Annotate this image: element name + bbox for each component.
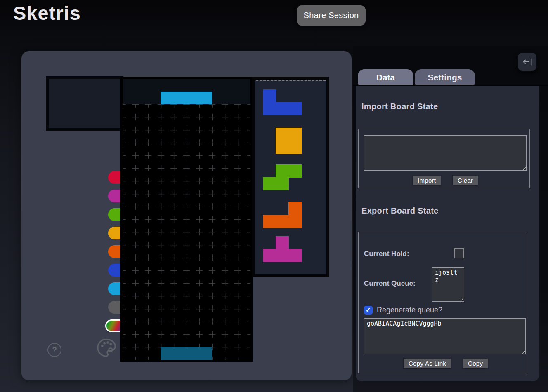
page-title: Sketris	[13, 2, 81, 24]
sidebar: Data Settings Import Board State Import …	[353, 46, 548, 392]
share-session-button[interactable]: Share Session	[297, 5, 366, 26]
current-queue-label: Current Queue:	[364, 279, 416, 288]
board-grid[interactable]	[123, 104, 250, 360]
ghost-piece	[161, 347, 212, 360]
next-queue-panel	[252, 77, 329, 277]
tab-underline	[353, 85, 548, 86]
active-piece	[161, 92, 212, 104]
current-queue-textarea[interactable]: ijoslt z	[432, 267, 464, 302]
collapse-sidebar-button[interactable]	[517, 52, 537, 72]
export-board-state-heading: Export Board State	[361, 206, 439, 216]
help-icon[interactable]: ?	[47, 343, 61, 357]
sidebar-content: Import Board State Import Clear Export B…	[356, 86, 539, 381]
current-hold-label: Current Hold:	[364, 250, 409, 258]
help-icon-glyph: ?	[52, 345, 57, 354]
export-textarea[interactable]: goABiACAgIcBNCVgggHb	[364, 318, 526, 354]
game-board[interactable]	[120, 77, 253, 362]
import-board-state-heading: Import Board State	[361, 102, 438, 111]
export-box: Current Hold: Current Queue: ijoslt z Re…	[358, 232, 527, 373]
game-panel: ?	[21, 51, 352, 380]
regenerate-queue-label: Regenerate queue?	[377, 306, 442, 315]
copy-as-link-button[interactable]: Copy As Link	[404, 359, 451, 368]
hold-box	[46, 76, 123, 131]
collapse-arrow-icon	[521, 56, 534, 68]
palette-icon[interactable]	[96, 336, 117, 359]
import-button[interactable]: Import	[413, 176, 441, 185]
regenerate-checkbox[interactable]	[364, 306, 373, 315]
clear-button[interactable]: Clear	[453, 176, 478, 185]
tab-data[interactable]: Data	[358, 69, 413, 86]
current-hold-input[interactable]	[454, 248, 464, 258]
tab-settings[interactable]: Settings	[415, 69, 475, 86]
import-textarea[interactable]	[364, 135, 527, 171]
next-queue-pieces	[255, 80, 326, 274]
import-box: Import Clear	[358, 129, 530, 188]
copy-button[interactable]: Copy	[463, 359, 488, 368]
